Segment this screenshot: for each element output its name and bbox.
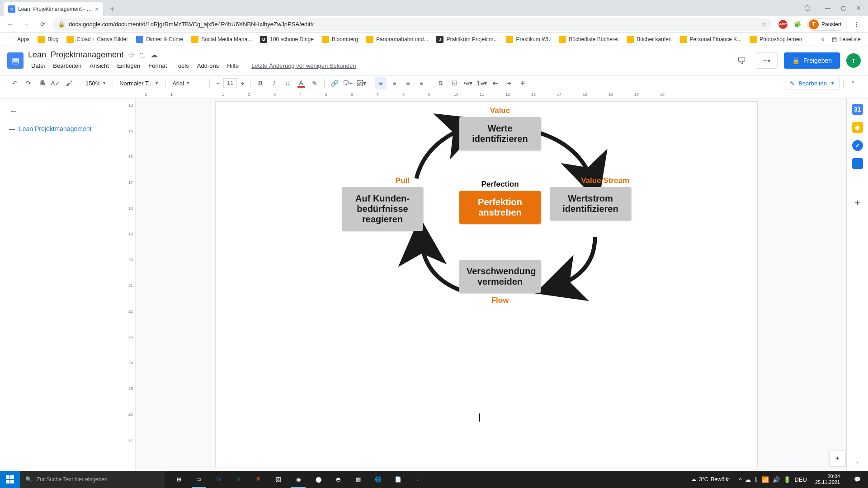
edge-icon[interactable]: 🌐 [368,471,388,488]
obs-icon[interactable]: ⬤ [308,471,328,488]
reading-list-button[interactable]: ▤ Leseliste [829,35,863,44]
action-center-icon[interactable]: 💬 [848,476,866,483]
move-document-icon[interactable]: 🗀 [139,51,146,59]
bookmark-item[interactable]: Dinner & Crime [133,34,186,44]
close-window-button[interactable]: ✕ [852,3,865,14]
taskbar-clock[interactable]: 20:04 25.11.2021 [811,474,844,485]
browser-tab[interactable]: ≡ Lean_Projektmanagement - Goo... × [4,2,103,16]
bookmarks-more-icon[interactable]: » [821,36,825,42]
bookmark-item[interactable]: ⋮⋮⋮Apps [5,34,32,44]
bookmark-item[interactable]: Cload + Canva Bilder [64,34,131,44]
abp-extension-icon[interactable]: ABP [778,20,788,29]
menu-add-ons[interactable]: Add-ons [194,61,222,71]
task-view-icon[interactable]: ⊞ [169,471,189,488]
document-canvas[interactable]: 1314151718192021222324252627 Valu [127,99,846,471]
menu-format[interactable]: Format [145,61,170,71]
close-tab-icon[interactable]: × [95,5,99,13]
align-right-button[interactable]: ≡ [402,77,414,89]
bullet-list-button[interactable]: •≡▾ [462,77,474,89]
chrome-icon[interactable]: ◉ [288,471,308,488]
bold-button[interactable]: B [255,77,266,89]
onedrive-icon[interactable]: ☁ [745,476,751,483]
font-size-decrease[interactable]: − [213,78,222,88]
decrease-indent-button[interactable]: ⇤ [490,77,501,89]
checklist-button[interactable]: ☑ [448,77,460,89]
profile-button[interactable]: T Pausiert [807,18,846,31]
tasks-addon-icon[interactable]: ✓ [852,140,863,151]
app-icon-2[interactable]: ▦ [348,471,368,488]
bookmark-item[interactable]: Blog [35,34,61,44]
present-button[interactable]: ▭▾ [756,52,778,69]
cloud-status-icon[interactable]: ☁ [151,51,158,59]
align-justify-button[interactable]: ≡ [415,77,427,89]
volume-icon[interactable]: 🔊 [773,476,780,483]
spellcheck-button[interactable]: A✓ [50,77,61,89]
text-color-button[interactable]: A [295,77,307,89]
explore-button[interactable]: ✦ [829,450,845,466]
clear-formatting-button[interactable]: T [517,77,528,89]
menu-hilfe[interactable]: Hilfe [224,61,242,71]
document-title[interactable]: Lean_Projektmanagement [28,50,123,60]
powerpoint-icon[interactable]: P [249,471,269,488]
bookmark-item[interactable]: Praktikum WU [503,34,553,44]
comments-history-icon[interactable]: 🗨 [733,52,750,69]
paragraph-style-select[interactable]: Normaler T...▼ [117,80,162,87]
menu-datei[interactable]: Datei [28,61,48,71]
last-edit-link[interactable]: Letzte Änderung vor wenigen Sekunden [248,61,359,71]
spotify-icon[interactable]: ♪ [408,471,428,488]
word-icon[interactable]: W [209,471,229,488]
chrome-menu-icon[interactable]: ⋮ [851,19,862,30]
vertical-ruler[interactable]: 1314151718192021222324252627 [127,99,136,471]
battery-icon[interactable]: 🔋 [783,476,791,483]
keep-addon-icon[interactable]: ◆ [852,122,863,133]
bookmark-item[interactable]: JPraktikum Projektm... [434,34,500,44]
menu-tools[interactable]: Tools [172,61,192,71]
collapse-toolbar-button[interactable]: ^ [847,77,859,89]
contacts-addon-icon[interactable]: 👤 [852,158,863,169]
paint-format-button[interactable]: 🖌 [63,77,75,89]
bookmark-item[interactable]: Panoramabahn und... [363,34,431,44]
bookmark-item[interactable]: Bloomberg [319,34,361,44]
print-button[interactable]: 🖶 [36,77,48,89]
taskbar-search[interactable]: 🔍 Zur Suche Text hier eingeben [20,471,165,488]
italic-button[interactable]: I [268,77,280,89]
horizontal-ruler[interactable]: 21123456789101112131415161718 [0,91,868,99]
excel-icon[interactable]: X [229,471,249,488]
file-explorer-icon[interactable]: 🗂 [189,471,209,488]
zoom-select[interactable]: 150%▼ [83,80,109,87]
new-tab-button[interactable]: + [106,3,118,15]
star-document-icon[interactable]: ☆ [128,51,134,59]
start-button[interactable] [0,471,20,488]
insert-comment-button[interactable]: 🗨+ [342,77,354,89]
hide-side-panel-icon[interactable]: › [856,459,858,465]
user-avatar[interactable]: T [846,53,861,68]
docs-logo-icon[interactable]: ▤ [7,52,24,69]
forward-button[interactable]: → [20,18,33,31]
star-icon[interactable]: ☆ [761,21,767,28]
notepad-icon[interactable]: 📄 [388,471,408,488]
bookmark-item[interactable]: Photoshop lernen [747,34,805,44]
photos-icon[interactable]: 🖼 [269,471,288,488]
menu-einfügen[interactable]: Einfügen [114,61,143,71]
tray-overflow-icon[interactable]: ^ [739,476,741,483]
get-addons-icon[interactable]: + [852,197,863,208]
bookmark-item[interactable]: Personal Finance K... [677,34,745,44]
calendar-addon-icon[interactable]: 31 [852,104,863,115]
insert-image-button[interactable]: 🖼▾ [355,77,367,89]
font-select[interactable]: Arial▼ [170,80,206,87]
bluetooth-icon[interactable]: ᛒ [755,476,758,483]
app-icon-1[interactable]: ◓ [328,471,348,488]
align-left-button[interactable]: ≡ [375,77,387,89]
font-size-input[interactable]: 11 [223,78,237,88]
underline-button[interactable]: U [282,77,293,89]
account-indicator-icon[interactable] [805,5,810,11]
insert-link-button[interactable]: 🔗 [328,77,340,89]
wifi-icon[interactable]: 📶 [762,476,769,483]
undo-button[interactable]: ↶ [9,77,21,89]
increase-indent-button[interactable]: ⇥ [503,77,515,89]
menu-ansicht[interactable]: Ansicht [86,61,112,71]
bookmark-item[interactable]: Bücher kaufen [624,34,674,44]
share-button[interactable]: 🔒 Freigeben [784,52,840,69]
editing-mode-select[interactable]: ✎ Bearbeiten ▼ [785,77,840,89]
numbered-list-button[interactable]: 1≡▾ [476,77,488,89]
